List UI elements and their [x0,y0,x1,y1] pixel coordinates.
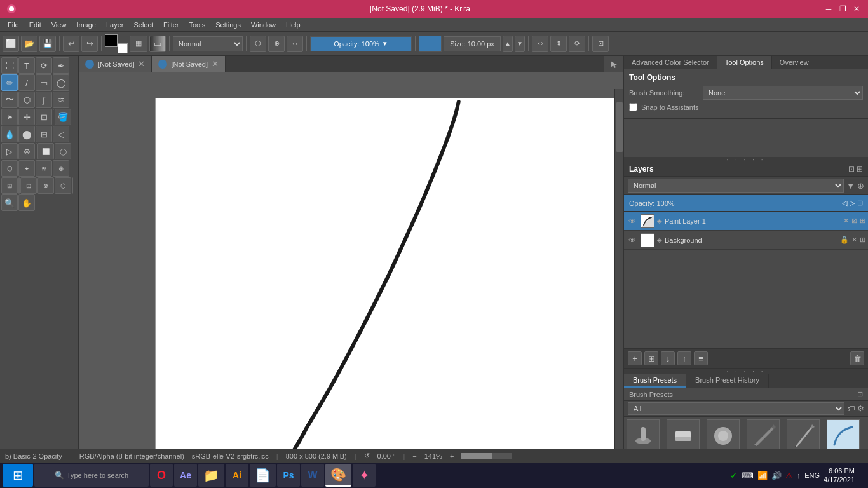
pattern-btn[interactable]: ▦ [130,36,147,52]
tool-transform-shape[interactable]: ⊡ [20,177,37,194]
layers-blend-select[interactable]: Normal Multiply Screen [628,179,844,193]
tool-move[interactable]: ✛ [18,109,35,125]
tool-freehand-path[interactable]: ⟳ [36,57,52,74]
opacity-down-btn[interactable]: ◁ [842,199,847,207]
tool-gradient[interactable]: ◁ [53,126,69,142]
menu-view[interactable]: View [46,20,72,30]
tool-freehand[interactable]: 〜 [1,92,18,108]
tool-calligraphy[interactable]: ✒ [53,57,69,74]
brush-preset-6[interactable] [827,419,860,452]
taskbar-unknown[interactable]: ✦ [353,464,376,487]
menu-settings[interactable]: Settings [210,20,246,30]
new-document-btn[interactable]: ⬜ [3,36,19,52]
tool-line[interactable]: / [18,74,35,91]
color-preview[interactable] [105,34,128,53]
tab-1[interactable]: [Not Saved] ✕ [79,56,152,72]
menu-tools[interactable]: Tools [184,20,211,30]
tool-rect[interactable]: ▭ [36,74,52,91]
size-stepper-up[interactable]: ▲ [503,36,513,52]
menu-help[interactable]: Help [281,20,306,30]
tool-smartpatch[interactable]: ⊞ [36,126,52,142]
mirror-h-btn[interactable]: ↔ [287,36,303,52]
opacity-bar[interactable]: Opacity: 100% ▼ [310,36,412,51]
brush-presets-tab[interactable]: Brush Presets [624,374,686,388]
close-button[interactable]: ✕ [850,3,863,15]
tab-advanced-color[interactable]: Advanced Color Selector [624,56,717,69]
tool-measure[interactable]: ▷ [1,143,18,159]
tool-spiro[interactable]: ≋ [53,92,69,108]
status-zoom-out[interactable]: − [412,452,416,460]
layer-row-paint[interactable]: 👁 ◈ Paint Layer 1 ✕ ⊠ ⊞ [624,212,868,231]
move-down-btn[interactable]: ↓ [661,351,675,365]
menu-edit[interactable]: Edit [24,20,46,30]
menu-filter[interactable]: Filter [158,20,184,30]
layers-properties-btn[interactable]: ≡ [694,351,708,365]
size-stepper-down[interactable]: ▼ [515,36,525,52]
tool-ellipse[interactable]: ◯ [53,74,69,91]
layers-settings-icon[interactable]: ⊞ [857,165,863,173]
layer-delete-paint[interactable]: ✕ [843,217,849,225]
tool-text[interactable]: T [18,57,35,74]
layers-filter-icon[interactable]: ▼ [846,181,855,191]
tool-poly-select[interactable]: ⬡ [1,160,18,177]
redo-btn[interactable]: ↪ [81,36,98,52]
foreground-color[interactable] [105,34,118,47]
taskbar-word[interactable]: W [301,464,324,487]
menu-layer[interactable]: Layer [101,20,129,30]
tool-multibrush[interactable]: ⁕ [1,109,18,125]
taskbar-volume-icon[interactable]: 🔊 [771,471,782,480]
tool-colorize[interactable]: ⬤ [18,126,35,142]
canvas-viewport[interactable] [79,72,623,461]
brush-history-tab[interactable]: Brush Preset History [686,374,769,388]
tool-colorpicker[interactable]: 💧 [1,126,18,142]
open-btn[interactable]: 📂 [21,36,37,52]
brush-preset-1[interactable] [627,419,660,452]
menu-image[interactable]: Image [71,20,101,30]
opacity-arrow[interactable]: ▼ [382,40,388,47]
menu-file[interactable]: File [3,20,24,30]
taskbar-lang[interactable]: ENG [804,471,820,479]
tool-transform[interactable]: ⛶ [1,57,18,74]
layer-delete-bg[interactable]: ✕ [851,236,857,244]
layer-row-bg[interactable]: 👁 ◈ Background 🔒 ✕ ⊞ [624,231,868,250]
layer-clone-bg[interactable]: ⊞ [860,236,865,244]
tool-pan[interactable]: ✋ [18,194,35,211]
taskbar-explorer[interactable]: 📁 [198,464,224,487]
taskbar-notepad[interactable]: 📄 [250,464,276,487]
flip-v-btn[interactable]: ⇕ [550,36,567,52]
tool-ellipse-select[interactable]: ◯ [55,143,71,159]
flip-h-btn[interactable]: ⇔ [532,36,548,52]
taskbar-ae[interactable]: Ae [174,464,197,487]
layers-expand-icon[interactable]: ⊡ [848,165,855,173]
delete-layer-btn[interactable]: 🗑 [850,351,864,365]
status-zoom-in[interactable]: + [450,452,454,460]
tool-contiguous-select[interactable]: ⊞ [1,177,18,194]
snap-checkbox[interactable] [629,103,637,111]
brush-size-input[interactable] [444,36,501,51]
tool-polygon[interactable]: ⬡ [18,92,35,108]
tab-1-close[interactable]: ✕ [138,59,145,69]
taskbar-keyboard-icon[interactable]: ⌨ [742,471,754,480]
blend-mode-select[interactable]: Normal Multiply Screen Overlay [173,36,243,51]
layer-lock-paint[interactable]: ⊠ [851,217,857,225]
tool-assistant[interactable]: ⊗ [18,143,35,159]
taskbar-update-icon[interactable]: ↑ [797,471,801,480]
move-up-btn[interactable]: ↑ [677,351,691,365]
brush-resize-handle[interactable]: · · · · · [624,369,868,374]
duplicate-layer-btn[interactable]: ⊞ [644,351,658,365]
brush-preset-2[interactable] [667,419,700,452]
menu-select[interactable]: Select [128,20,158,30]
color-indicator[interactable] [419,36,442,52]
gradient-btn[interactable]: ▭ [149,36,166,52]
background-color[interactable] [118,43,128,53]
taskbar-network-icon[interactable]: 📶 [757,471,768,480]
menu-window[interactable]: Window [246,20,281,30]
fullscreen-btn[interactable]: ⊡ [592,36,609,52]
layers-resize-handle[interactable]: · · · · · [624,157,868,162]
taskbar-opera[interactable]: O [150,464,173,487]
tab-tool-options[interactable]: Tool Options [717,56,772,69]
taskbar-check-icon[interactable]: ✓ [730,470,738,480]
tool-zoom[interactable]: 🔍 [1,194,18,211]
restore-button[interactable]: ❐ [836,3,849,15]
opacity-up-btn[interactable]: ▷ [850,199,855,207]
